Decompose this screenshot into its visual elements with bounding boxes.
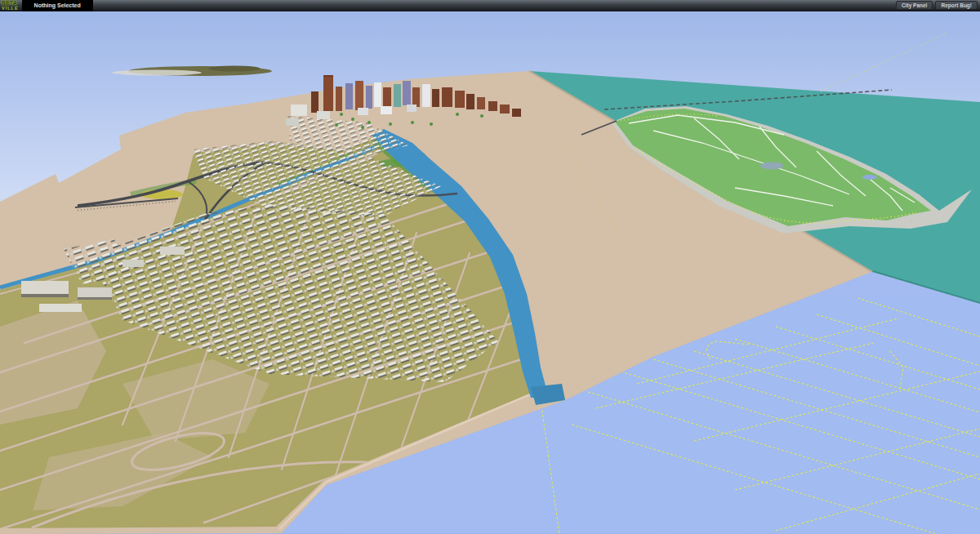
betaville-logo: BETA VILLE xyxy=(2,1,19,11)
logo-text-ville: VILLE xyxy=(2,6,19,11)
selection-status: Nothing Selected xyxy=(22,0,93,11)
report-bug-button[interactable]: Report Bug! xyxy=(935,1,978,10)
betaville-app-window: BETA VILLE Nothing Selected City Panel R… xyxy=(0,0,980,534)
top-menu-bar: BETA VILLE Nothing Selected City Panel R… xyxy=(0,0,980,11)
city-panel-button[interactable]: City Panel xyxy=(896,1,933,10)
island-lagoon xyxy=(862,175,877,180)
island-pond xyxy=(760,162,783,170)
city-3d-viewport[interactable] xyxy=(0,0,980,534)
